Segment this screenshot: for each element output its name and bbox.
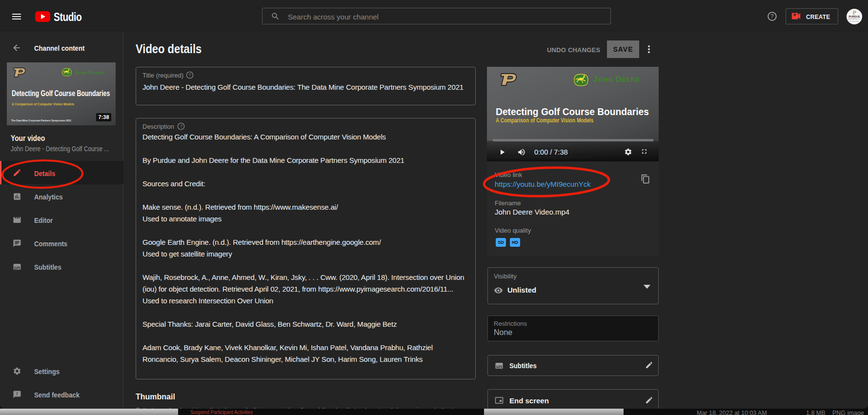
svg-text:?: ? [180, 124, 182, 129]
svg-text:?: ? [188, 73, 191, 78]
svg-text:?: ? [770, 13, 773, 19]
